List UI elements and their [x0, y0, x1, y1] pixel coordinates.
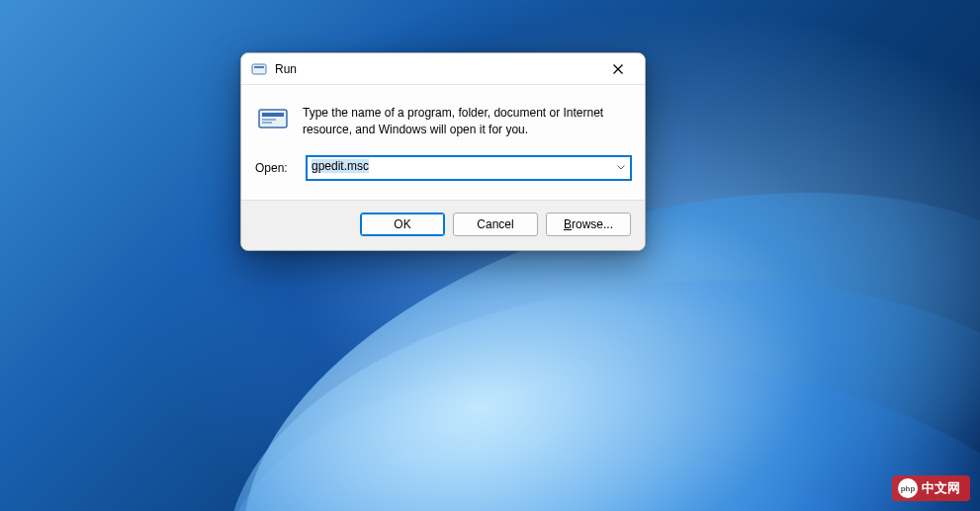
open-combobox[interactable]: gpedit.msc — [307, 156, 631, 180]
svg-rect-0 — [252, 64, 266, 74]
dialog-footer: OK Cancel Browse... — [241, 200, 645, 250]
svg-rect-1 — [254, 66, 264, 68]
run-app-icon — [257, 103, 289, 134]
watermark-text: 中文网 — [922, 479, 960, 497]
browse-button[interactable]: Browse... — [546, 213, 631, 236]
open-input[interactable]: gpedit.msc — [307, 156, 631, 180]
ok-button[interactable]: OK — [360, 213, 445, 236]
dialog-description: Type the name of a program, folder, docu… — [303, 103, 631, 138]
dialog-body: Type the name of a program, folder, docu… — [241, 85, 645, 200]
svg-rect-5 — [262, 113, 284, 117]
svg-rect-7 — [262, 122, 272, 124]
dialog-title: Run — [275, 62, 599, 76]
close-icon — [613, 64, 623, 74]
browse-rest: rowse... — [572, 217, 613, 231]
svg-rect-6 — [262, 119, 276, 121]
run-dialog: Run Type the name of a program, folder, … — [240, 52, 646, 251]
open-label: Open: — [255, 161, 297, 175]
run-app-icon — [251, 61, 267, 77]
close-button[interactable] — [599, 55, 637, 83]
titlebar[interactable]: Run — [241, 53, 645, 85]
cancel-button[interactable]: Cancel — [453, 213, 538, 236]
watermark: 中文网 — [892, 475, 970, 501]
